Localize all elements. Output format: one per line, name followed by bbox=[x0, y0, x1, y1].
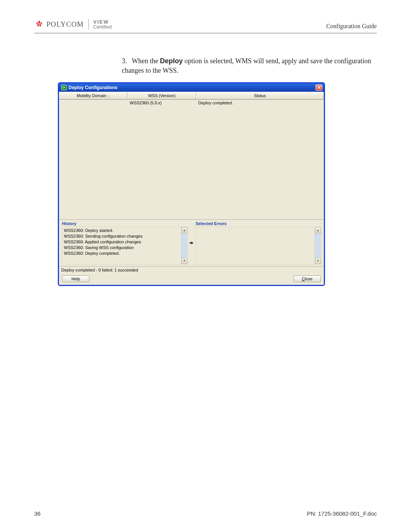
guide-title: Configuration Guide bbox=[326, 23, 377, 30]
table-header-row: Mobility Domain△ WSS (Version) Status bbox=[59, 92, 324, 100]
part-number: PN: 1725-36082-001_F.doc bbox=[307, 510, 377, 517]
deploy-table: Mobility Domain△ WSS (Version) Status WS… bbox=[59, 92, 324, 219]
svg-marker-0 bbox=[38, 20, 40, 22]
titlebar[interactable]: ⟳ Deploy Configurations ✕ bbox=[59, 83, 324, 92]
logo-block: POLYCOM VIEW Certified bbox=[34, 19, 112, 30]
deploy-configurations-window: ⟳ Deploy Configurations ✕ Mobility Domai… bbox=[58, 82, 325, 286]
table-row[interactable]: WSS2360 (5.0.x) Deploy completed. bbox=[59, 100, 324, 106]
status-bar: Deploy completed - 0 failed; 1 succeeded bbox=[59, 266, 324, 273]
step-bold: Deploy bbox=[160, 57, 183, 65]
history-scrollbar[interactable]: ▲ ▼ bbox=[181, 227, 187, 264]
dialog-screenshot: ⟳ Deploy Configurations ✕ Mobility Domai… bbox=[58, 82, 325, 286]
lower-panels: History WSS2360: Deploy started. WSS2360… bbox=[59, 219, 324, 266]
errors-title: Selected Errors bbox=[196, 221, 322, 226]
sort-asc-icon: △ bbox=[108, 94, 110, 98]
history-title: History bbox=[62, 221, 188, 226]
history-line: WSS2360: Deploy started. bbox=[64, 228, 181, 233]
scroll-up-icon[interactable]: ▲ bbox=[315, 227, 321, 233]
scroll-up-icon[interactable]: ▲ bbox=[182, 227, 187, 233]
close-button[interactable]: Close bbox=[293, 275, 321, 282]
window-title: Deploy Configurations bbox=[68, 85, 118, 90]
page-footer: 36 PN: 1725-36082-001_F.doc bbox=[34, 503, 377, 517]
scroll-down-icon[interactable]: ▼ bbox=[182, 258, 187, 264]
scroll-track[interactable] bbox=[315, 233, 321, 258]
view-certified: VIEW Certified bbox=[93, 19, 112, 29]
col-status[interactable]: Status bbox=[196, 92, 324, 99]
col-wss-version[interactable]: WSS (Version) bbox=[127, 92, 196, 99]
page-header: POLYCOM VIEW Certified Configuration Gui… bbox=[34, 19, 377, 34]
history-line: WSS2360: Saving WSS configuration bbox=[64, 245, 181, 251]
cell-status: Deploy completed. bbox=[196, 100, 324, 106]
vertical-divider bbox=[88, 19, 89, 30]
cell-mobility-domain bbox=[59, 100, 127, 106]
history-line: WSS2360: Applied configuration changes bbox=[64, 239, 181, 245]
table-empty-area bbox=[59, 106, 324, 219]
errors-scrollbar[interactable]: ▲ ▼ bbox=[315, 227, 321, 264]
step-text: 3. When the Deploy option is selected, W… bbox=[122, 56, 377, 75]
page-number: 36 bbox=[34, 510, 41, 517]
history-line: WSS2360: Sending configuration changes bbox=[64, 233, 181, 239]
col-mobility-domain[interactable]: Mobility Domain△ bbox=[59, 92, 127, 99]
button-bar: Help Close bbox=[59, 273, 324, 285]
step-number: 3. bbox=[122, 56, 130, 66]
errors-panel: Selected Errors ▲ ▼ bbox=[193, 220, 324, 266]
polycom-logo-icon bbox=[34, 19, 44, 29]
brand-name: POLYCOM bbox=[46, 20, 84, 29]
cell-wss-version: WSS2360 (5.0.x) bbox=[127, 100, 196, 106]
history-body: WSS2360: Deploy started. WSS2360: Sendin… bbox=[62, 227, 188, 265]
app-icon: ⟳ bbox=[61, 85, 67, 90]
errors-body: ▲ ▼ bbox=[196, 227, 322, 265]
step-pre: When the bbox=[132, 57, 160, 65]
certified-label: Certified bbox=[93, 24, 112, 29]
help-button[interactable]: Help bbox=[62, 275, 89, 282]
close-icon[interactable]: ✕ bbox=[315, 85, 322, 91]
history-panel: History WSS2360: Deploy started. WSS2360… bbox=[59, 220, 190, 266]
history-line: WSS2360: Deploy completed. bbox=[64, 251, 181, 256]
scroll-track[interactable] bbox=[182, 233, 187, 258]
scroll-down-icon[interactable]: ▼ bbox=[315, 258, 321, 264]
